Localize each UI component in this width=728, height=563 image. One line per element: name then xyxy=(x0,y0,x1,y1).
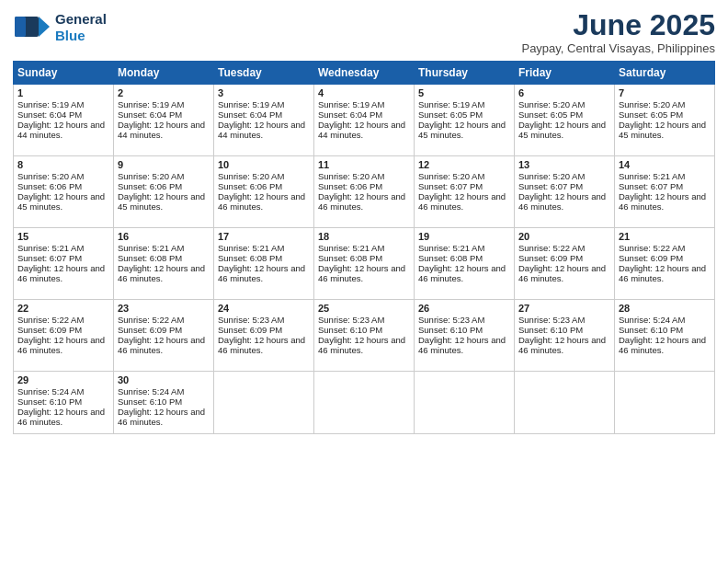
day-number: 6 xyxy=(518,87,610,98)
col-saturday: Saturday xyxy=(615,62,715,85)
table-row: 7 Sunrise: 5:20 AM Sunset: 6:05 PM Dayli… xyxy=(615,85,715,156)
day-number: 1 xyxy=(17,87,109,98)
table-row: 4 Sunrise: 5:19 AM Sunset: 6:04 PM Dayli… xyxy=(314,85,415,156)
empty-cell xyxy=(214,372,314,434)
table-row: 8 Sunrise: 5:20 AM Sunset: 6:06 PM Dayli… xyxy=(14,156,114,228)
table-row: 29 Sunrise: 5:24 AM Sunset: 6:10 PM Dayl… xyxy=(14,372,114,434)
title-block: June 2025 Paypay, Central Visayas, Phili… xyxy=(521,9,715,55)
calendar-week: 29 Sunrise: 5:24 AM Sunset: 6:10 PM Dayl… xyxy=(14,372,715,434)
calendar-week: 8 Sunrise: 5:20 AM Sunset: 6:06 PM Dayli… xyxy=(14,156,715,228)
daylight: Daylight: 12 hours and 46 minutes. xyxy=(17,407,109,427)
daylight: Daylight: 12 hours and 46 minutes. xyxy=(619,263,711,283)
daylight: Daylight: 12 hours and 46 minutes. xyxy=(17,263,109,283)
sunset: Sunset: 6:06 PM xyxy=(118,181,210,191)
day-number: 25 xyxy=(318,303,410,314)
day-number: 15 xyxy=(17,231,109,242)
sunrise: Sunrise: 5:20 AM xyxy=(318,171,410,181)
sunset: Sunset: 6:06 PM xyxy=(218,181,310,191)
sunset: Sunset: 6:05 PM xyxy=(418,109,510,120)
daylight: Daylight: 12 hours and 46 minutes. xyxy=(118,407,210,427)
table-row: 10 Sunrise: 5:20 AM Sunset: 6:06 PM Dayl… xyxy=(214,156,314,228)
day-number: 9 xyxy=(118,159,210,170)
sunset: Sunset: 6:08 PM xyxy=(318,253,410,263)
sunrise: Sunrise: 5:21 AM xyxy=(218,243,310,253)
page: General Blue June 2025 Paypay, Central V… xyxy=(0,0,728,563)
day-number: 27 xyxy=(518,303,610,314)
daylight: Daylight: 12 hours and 46 minutes. xyxy=(418,191,510,212)
daylight: Daylight: 12 hours and 45 minutes. xyxy=(518,120,610,140)
sunset: Sunset: 6:07 PM xyxy=(418,181,510,191)
table-row: 1 Sunrise: 5:19 AM Sunset: 6:04 PM Dayli… xyxy=(14,85,114,156)
table-row: 12 Sunrise: 5:20 AM Sunset: 6:07 PM Dayl… xyxy=(415,156,515,228)
daylight: Daylight: 12 hours and 44 minutes. xyxy=(218,120,310,140)
sunrise: Sunrise: 5:21 AM xyxy=(318,243,410,253)
daylight: Daylight: 12 hours and 46 minutes. xyxy=(218,263,310,283)
table-row: 5 Sunrise: 5:19 AM Sunset: 6:05 PM Dayli… xyxy=(415,85,515,156)
sunrise: Sunrise: 5:22 AM xyxy=(118,315,210,325)
daylight: Daylight: 12 hours and 46 minutes. xyxy=(518,263,610,283)
day-number: 3 xyxy=(218,87,310,98)
day-number: 12 xyxy=(418,159,510,170)
sunset: Sunset: 6:07 PM xyxy=(17,253,109,263)
daylight: Daylight: 12 hours and 46 minutes. xyxy=(118,335,210,355)
table-row: 25 Sunrise: 5:23 AM Sunset: 6:10 PM Dayl… xyxy=(314,300,415,372)
daylight: Daylight: 12 hours and 44 minutes. xyxy=(17,120,109,140)
sunset: Sunset: 6:09 PM xyxy=(118,325,210,335)
daylight: Daylight: 12 hours and 44 minutes. xyxy=(118,120,210,140)
empty-cell xyxy=(314,372,415,434)
sunrise: Sunrise: 5:24 AM xyxy=(17,386,109,396)
sunrise: Sunrise: 5:19 AM xyxy=(318,99,410,109)
day-number: 22 xyxy=(17,303,109,314)
day-number: 18 xyxy=(318,231,410,242)
daylight: Daylight: 12 hours and 46 minutes. xyxy=(318,335,410,355)
day-number: 13 xyxy=(518,159,610,170)
sunrise: Sunrise: 5:20 AM xyxy=(518,99,610,109)
table-row: 22 Sunrise: 5:22 AM Sunset: 6:09 PM Dayl… xyxy=(14,300,114,372)
daylight: Daylight: 12 hours and 46 minutes. xyxy=(518,335,610,355)
day-number: 20 xyxy=(518,231,610,242)
empty-cell xyxy=(415,372,515,434)
calendar-week: 15 Sunrise: 5:21 AM Sunset: 6:07 PM Dayl… xyxy=(14,228,715,300)
table-row: 20 Sunrise: 5:22 AM Sunset: 6:09 PM Dayl… xyxy=(515,228,615,300)
table-row: 11 Sunrise: 5:20 AM Sunset: 6:06 PM Dayl… xyxy=(314,156,415,228)
sunrise: Sunrise: 5:24 AM xyxy=(619,315,711,325)
daylight: Daylight: 12 hours and 46 minutes. xyxy=(518,191,610,212)
month-title: June 2025 xyxy=(521,9,715,41)
col-thursday: Thursday xyxy=(415,62,515,85)
sunset: Sunset: 6:10 PM xyxy=(619,325,711,335)
sunset: Sunset: 6:05 PM xyxy=(518,109,610,120)
col-sunday: Sunday xyxy=(14,62,114,85)
table-row: 28 Sunrise: 5:24 AM Sunset: 6:10 PM Dayl… xyxy=(615,300,715,372)
sunrise: Sunrise: 5:22 AM xyxy=(518,243,610,253)
table-row: 17 Sunrise: 5:21 AM Sunset: 6:08 PM Dayl… xyxy=(214,228,314,300)
logo: General Blue xyxy=(13,9,107,46)
header: General Blue June 2025 Paypay, Central V… xyxy=(13,9,715,55)
sunset: Sunset: 6:04 PM xyxy=(118,109,210,120)
day-number: 24 xyxy=(218,303,310,314)
table-row: 2 Sunrise: 5:19 AM Sunset: 6:04 PM Dayli… xyxy=(114,85,214,156)
daylight: Daylight: 12 hours and 46 minutes. xyxy=(318,263,410,283)
daylight: Daylight: 12 hours and 46 minutes. xyxy=(619,335,711,355)
calendar-header-row: Sunday Monday Tuesday Wednesday Thursday… xyxy=(14,62,715,85)
day-number: 10 xyxy=(218,159,310,170)
sunrise: Sunrise: 5:21 AM xyxy=(118,243,210,253)
daylight: Daylight: 12 hours and 46 minutes. xyxy=(218,335,310,355)
sunset: Sunset: 6:10 PM xyxy=(518,325,610,335)
sunrise: Sunrise: 5:23 AM xyxy=(418,315,510,325)
col-wednesday: Wednesday xyxy=(314,62,415,85)
table-row: 9 Sunrise: 5:20 AM Sunset: 6:06 PM Dayli… xyxy=(114,156,214,228)
logo-general: General xyxy=(55,11,107,28)
sunset: Sunset: 6:07 PM xyxy=(619,181,711,191)
day-number: 8 xyxy=(17,159,109,170)
sunrise: Sunrise: 5:21 AM xyxy=(619,171,711,181)
daylight: Daylight: 12 hours and 46 minutes. xyxy=(418,335,510,355)
sunset: Sunset: 6:07 PM xyxy=(518,181,610,191)
sunset: Sunset: 6:09 PM xyxy=(218,325,310,335)
col-monday: Monday xyxy=(114,62,214,85)
daylight: Daylight: 12 hours and 45 minutes. xyxy=(418,120,510,140)
sunset: Sunset: 6:10 PM xyxy=(418,325,510,335)
day-number: 11 xyxy=(318,159,410,170)
daylight: Daylight: 12 hours and 46 minutes. xyxy=(619,191,711,212)
table-row: 15 Sunrise: 5:21 AM Sunset: 6:07 PM Dayl… xyxy=(14,228,114,300)
sunset: Sunset: 6:04 PM xyxy=(218,109,310,120)
